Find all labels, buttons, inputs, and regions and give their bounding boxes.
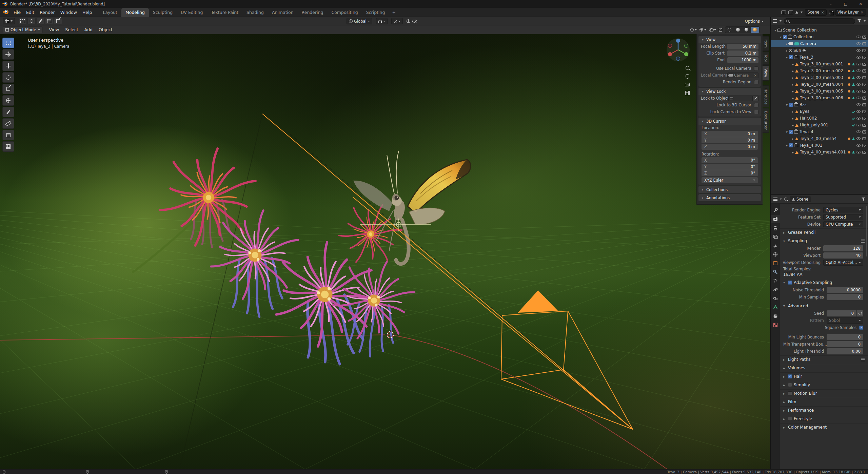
disable-render-icon[interactable] [862, 83, 866, 86]
cursor-rot-x[interactable]: X0° [702, 157, 758, 163]
rotation-mode-dropdown[interactable]: XYZ Euler [702, 177, 758, 183]
hide-viewport-icon[interactable] [856, 137, 861, 140]
menu-render[interactable]: Render [37, 8, 58, 17]
section-freestyle[interactable]: ▸ Freestyle [780, 415, 868, 423]
disable-render-icon[interactable] [862, 97, 866, 100]
snap-target-icon[interactable] [412, 20, 416, 23]
chevron-right-icon[interactable]: ▸ [785, 49, 789, 53]
disable-render-icon[interactable] [862, 137, 866, 140]
zoom-icon[interactable] [686, 66, 689, 70]
panel-menu-icon[interactable] [861, 358, 865, 361]
hide-viewport-icon[interactable] [856, 83, 861, 86]
denoising-dropdown[interactable]: OptiX AI-Accelerat... [823, 260, 863, 266]
cursor-rot-y[interactable]: Y0° [702, 164, 758, 170]
cursor-loc-x[interactable]: X0 m [702, 131, 758, 137]
tab-rendering[interactable]: Rendering [298, 8, 328, 17]
outliner-row-mesh003[interactable]: ▸ Teya_3_00_mesh.003 [771, 74, 868, 81]
chevron-down-icon[interactable]: ▾ [785, 130, 789, 134]
disable-render-icon[interactable] [862, 49, 866, 52]
scene-unlink-icon[interactable]: × [821, 10, 824, 15]
minimize-button[interactable]: – [823, 0, 838, 8]
outliner-row-mesh004[interactable]: ▸ Teya_3_00_mesh.004 [771, 81, 868, 88]
hide-viewport-icon[interactable] [856, 76, 861, 79]
section-adaptive-sampling[interactable]: ▾ ✓ Adaptive Sampling [780, 279, 868, 286]
section-motion-blur[interactable]: ▸ Motion Blur [780, 389, 868, 397]
disable-render-icon[interactable] [862, 103, 866, 106]
hair-checkbox[interactable]: ✓ [788, 374, 792, 378]
tab-tool-properties[interactable] [771, 206, 780, 214]
lock-3d-cursor-checkbox[interactable] [754, 103, 758, 107]
viewport-menu-select[interactable]: Select [62, 27, 81, 32]
chevron-right-icon[interactable]: ▸ [791, 69, 795, 73]
cursor-loc-y[interactable]: Y0 m [702, 137, 758, 143]
tool-annotate[interactable] [2, 107, 14, 117]
hide-viewport-icon[interactable] [856, 63, 861, 65]
tool-cursor[interactable] [2, 49, 14, 60]
moth[interactable] [353, 151, 471, 264]
menu-file[interactable]: File [11, 8, 23, 17]
select-box-mode-button[interactable] [19, 18, 27, 24]
outliner-row-hair002[interactable]: ▸ Hair.002 [771, 115, 868, 122]
viewport-samples-field[interactable]: 40 [823, 252, 863, 259]
seed-animate-button[interactable] [857, 310, 863, 316]
render-region-checkbox[interactable] [754, 80, 758, 84]
section-color-management[interactable]: ▸ Color Management [780, 423, 868, 431]
tab-item[interactable]: Item [763, 36, 769, 51]
collection-checkbox[interactable]: ✓ [789, 130, 793, 134]
eyedropper-button[interactable] [753, 96, 758, 101]
outliner-row-teya4001[interactable]: ▾ ✓ Teya_4.001 [771, 142, 868, 149]
motion-blur-checkbox[interactable] [788, 391, 792, 395]
section-film[interactable]: ▸ Film [780, 398, 868, 406]
disable-render-icon[interactable] [862, 124, 866, 127]
collection-checkbox[interactable]: ✓ [789, 143, 793, 147]
proportional-editing-dropdown[interactable] [391, 18, 403, 24]
disable-render-icon[interactable] [862, 42, 866, 45]
tool-move[interactable] [2, 61, 14, 71]
use-local-camera-checkbox[interactable] [754, 66, 758, 71]
panel-menu-icon[interactable] [861, 240, 865, 243]
tab-boxcutter[interactable]: BoxCutter [763, 108, 769, 133]
render-samples-field[interactable]: 128 [823, 245, 863, 251]
disable-render-icon[interactable] [862, 117, 866, 120]
select-lasso-mode-button[interactable] [36, 18, 44, 24]
section-performance[interactable]: ▸ Performance [780, 406, 868, 414]
pan-hand-icon[interactable] [686, 74, 689, 79]
window-split-icon[interactable] [788, 11, 793, 14]
menu-help[interactable]: Help [80, 8, 95, 17]
chevron-down-icon[interactable]: ▾ [785, 103, 789, 107]
hide-viewport-icon[interactable] [856, 97, 861, 99]
mode-dropdown[interactable]: Object Mode [3, 26, 43, 33]
hide-viewport-icon[interactable] [856, 90, 861, 92]
tab-constraint-properties[interactable] [771, 294, 780, 303]
hide-viewport-icon[interactable] [856, 36, 861, 38]
outliner-row-collection[interactable]: ▾ ✓ Collection [771, 34, 868, 40]
min-transparent-field[interactable]: 0 [827, 341, 863, 347]
min-light-bounces-field[interactable]: 0 [827, 334, 863, 340]
disable-render-icon[interactable] [862, 90, 866, 93]
outliner-row-mesh006[interactable]: ▸ Teya_3_00_mesh.006 [771, 95, 868, 101]
disable-render-icon[interactable] [862, 144, 866, 147]
section-light-paths[interactable]: ▸ Light Paths [780, 355, 868, 363]
panel-view-lock-header[interactable]: ▾ View Lock [698, 88, 761, 95]
section-simplify[interactable]: ▸ Simplify [780, 381, 868, 389]
feature-set-dropdown[interactable]: Supported [823, 214, 863, 220]
tab-render-properties[interactable] [771, 215, 780, 223]
hide-viewport-icon[interactable] [856, 124, 861, 126]
hide-viewport-icon[interactable] [856, 151, 861, 153]
outliner-row-teya3[interactable]: ▾ ✓ Teya_3 [771, 54, 868, 61]
viewport-menu-add[interactable]: Add [81, 27, 96, 32]
chevron-down-icon[interactable]: ▾ [785, 144, 789, 147]
tool-extra[interactable] [2, 141, 14, 152]
collection-checkbox[interactable]: ✓ [789, 103, 793, 107]
tool-rotate[interactable] [2, 72, 14, 83]
tab-material-properties[interactable] [771, 312, 780, 320]
disable-render-icon[interactable] [862, 151, 866, 154]
outliner-search-input[interactable] [784, 18, 855, 24]
menu-window[interactable]: Window [58, 8, 80, 17]
chevron-right-icon[interactable]: ▸ [791, 76, 795, 80]
tab-animation[interactable]: Animation [268, 8, 298, 17]
outliner-row-highpoly001[interactable]: ▸ High_poly.001 [771, 122, 868, 128]
breadcrumb[interactable]: Scene [790, 196, 811, 202]
shading-wireframe-button[interactable] [725, 27, 734, 33]
hide-viewport-icon[interactable] [856, 110, 861, 113]
